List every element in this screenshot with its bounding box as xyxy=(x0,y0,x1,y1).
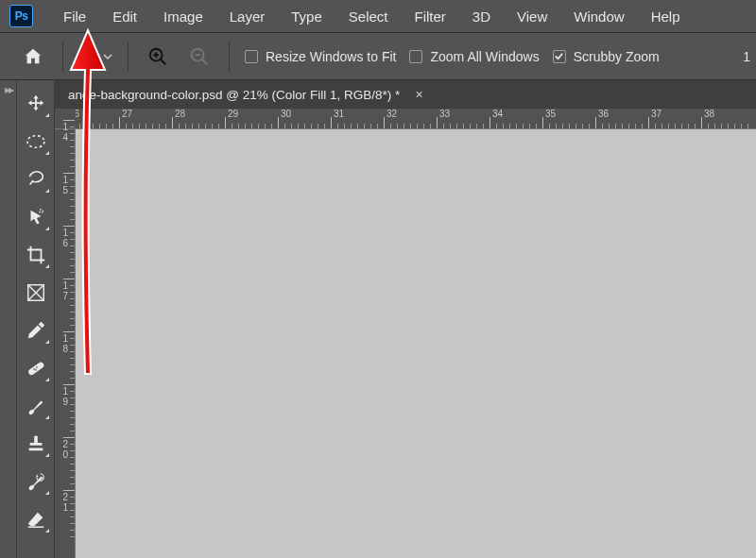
quick-select-icon xyxy=(26,207,46,228)
main: ▶▶ xyxy=(0,80,756,558)
ruler-v-number: 8 xyxy=(57,344,68,354)
marquee-tool[interactable] xyxy=(22,127,50,156)
history-brush-tool[interactable] xyxy=(22,467,50,496)
ruler-v-number: 1 xyxy=(57,280,68,291)
zoom-in-icon xyxy=(147,46,168,67)
magnifier-icon xyxy=(78,46,99,67)
ruler-h-number: 35 xyxy=(545,109,556,119)
zoom-out-icon xyxy=(189,46,210,67)
frame-tool[interactable] xyxy=(22,279,50,307)
ruler-v-number: 6 xyxy=(57,238,68,248)
ruler-h-number: 26 xyxy=(76,109,79,119)
close-tab-button[interactable]: × xyxy=(411,87,426,102)
svg-line-3 xyxy=(161,59,166,64)
menu-filter[interactable]: Filter xyxy=(402,5,459,28)
ruler-v-number: 7 xyxy=(57,291,68,301)
lasso-icon xyxy=(26,169,46,190)
menu-select[interactable]: Select xyxy=(335,5,402,28)
frame-icon xyxy=(26,282,46,303)
marquee-icon xyxy=(26,133,46,150)
zoom-all-checkbox[interactable] xyxy=(409,50,422,63)
divider xyxy=(128,42,129,72)
menu-image[interactable]: Image xyxy=(150,5,216,28)
brush-tool[interactable] xyxy=(22,392,50,420)
ruler-h-number: 27 xyxy=(122,109,132,119)
divider xyxy=(62,42,63,72)
ruler-h-number: 31 xyxy=(334,109,344,119)
ruler-h-number: 36 xyxy=(598,109,609,119)
clone-stamp-tool[interactable] xyxy=(22,430,50,458)
svg-point-15 xyxy=(33,368,35,370)
zoom-all-label: Zoom All Windows xyxy=(430,49,539,64)
ruler-v-number: 4 xyxy=(57,132,68,143)
ruler-v-number: 1 xyxy=(57,122,68,132)
stamp-icon xyxy=(26,433,46,454)
canvas[interactable] xyxy=(76,129,756,558)
tool-preset-picker[interactable] xyxy=(78,46,112,67)
app-icon: Ps xyxy=(9,5,33,27)
menu-layer[interactable]: Layer xyxy=(216,5,279,28)
crop-icon xyxy=(26,245,46,265)
ruler-v-number: 2 xyxy=(57,492,68,502)
quick-select-tool[interactable] xyxy=(22,203,50,231)
move-tool[interactable] xyxy=(22,90,50,118)
menu-edit[interactable]: Edit xyxy=(99,5,150,28)
move-icon xyxy=(26,93,46,114)
ruler-v-number: 0 xyxy=(57,449,68,460)
panel-collapse-strip[interactable]: ▶▶ xyxy=(0,80,17,558)
zoom-out-button[interactable] xyxy=(185,42,214,71)
scrubby-zoom-label: Scrubby Zoom xyxy=(574,49,660,64)
menu-3d[interactable]: 3D xyxy=(459,5,504,28)
ruler-h-number: 37 xyxy=(651,109,662,119)
history-brush-icon xyxy=(26,471,46,492)
ruler-v-number: 2 xyxy=(57,439,68,449)
document-tab-title: ange-background-color.psd @ 21% (Color F… xyxy=(68,88,400,102)
resize-windows-checkbox[interactable] xyxy=(245,50,258,63)
ruler-h-number: 33 xyxy=(439,109,450,119)
menu-file[interactable]: File xyxy=(50,5,99,28)
chevron-down-icon xyxy=(103,52,112,61)
ruler-h-number: 32 xyxy=(387,109,397,119)
check-icon xyxy=(554,51,564,61)
menu-window[interactable]: Window xyxy=(560,5,637,28)
eraser-tool[interactable] xyxy=(22,505,50,533)
menu-view[interactable]: View xyxy=(504,5,560,28)
svg-point-17 xyxy=(35,369,37,371)
ruler-v-number: 9 xyxy=(57,397,68,407)
scrubby-zoom-checkbox[interactable] xyxy=(553,50,566,63)
ruler-v-number: 1 xyxy=(57,175,68,185)
brush-icon xyxy=(26,396,46,416)
document-area: ange-background-color.psd @ 21% (Color F… xyxy=(55,80,756,558)
lasso-tool[interactable] xyxy=(22,165,50,194)
document-tab[interactable]: ange-background-color.psd @ 21% (Color F… xyxy=(68,87,427,102)
ruler-h-number: 28 xyxy=(175,109,185,119)
vertical-ruler[interactable]: 1415161718192021 xyxy=(55,129,76,558)
tool-palette xyxy=(17,80,55,558)
resize-windows-label: Resize Windows to Fit xyxy=(266,49,396,64)
svg-point-16 xyxy=(36,366,38,368)
document-tab-bar: ange-background-color.psd @ 21% (Color F… xyxy=(55,80,756,109)
options-bar: Resize Windows to Fit Zoom All Windows S… xyxy=(0,33,756,80)
eyedropper-tool[interactable] xyxy=(22,316,50,345)
home-icon xyxy=(23,46,43,67)
expand-panels-icon: ▶▶ xyxy=(5,86,12,94)
ruler-v-number: 1 xyxy=(57,333,68,344)
ruler-v-number: 1 xyxy=(57,502,68,513)
divider xyxy=(229,42,230,72)
ruler-v-number: 1 xyxy=(57,386,68,397)
ruler-v-number: 5 xyxy=(57,185,68,195)
spot-heal-tool[interactable] xyxy=(22,354,50,382)
zoom-level-value: 1 xyxy=(743,49,756,64)
svg-rect-14 xyxy=(26,361,44,376)
ruler-h-number: 29 xyxy=(228,109,238,119)
ruler-h-number: 38 xyxy=(704,109,714,119)
zoom-in-button[interactable] xyxy=(144,42,172,71)
home-button[interactable] xyxy=(19,42,47,71)
svg-line-1 xyxy=(91,58,96,63)
crop-tool[interactable] xyxy=(22,241,50,269)
ruler-v-number: 1 xyxy=(57,228,68,238)
menu-help[interactable]: Help xyxy=(638,5,694,28)
menu-type[interactable]: Type xyxy=(278,5,335,28)
svg-line-7 xyxy=(202,59,208,64)
horizontal-ruler[interactable]: 26272829303132333435363738 xyxy=(55,109,756,129)
